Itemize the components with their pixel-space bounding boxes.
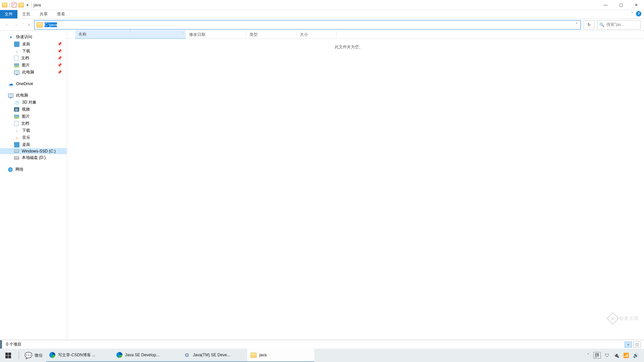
refresh-button[interactable]: ↻ <box>584 20 594 29</box>
back-button[interactable]: ← <box>5 22 9 27</box>
system-tray[interactable]: ˄ 拼 🛡 🔌 📶 🔊 <box>587 352 644 359</box>
security-icon[interactable]: 🛡 <box>605 353 609 358</box>
battery-icon[interactable]: 🔌 <box>613 353 619 358</box>
volume-icon[interactable]: 🔊 <box>633 353 639 358</box>
sidebar-item-quick-4[interactable]: 此电脑 📌 <box>0 69 67 76</box>
sidebar-item-label: 下载 <box>22 128 30 133</box>
taskbar-item-3[interactable]: ⚙ Java(TM) SE Deve... <box>180 349 247 362</box>
window-title: java <box>32 3 41 7</box>
column-type[interactable]: 类型 <box>246 31 297 39</box>
network-header[interactable]: 网络 <box>0 166 67 173</box>
tab-file[interactable]: 文件 <box>0 10 17 18</box>
doc-icon <box>14 56 18 61</box>
cube-icon: ◳ <box>14 100 19 105</box>
disk2-icon <box>14 156 19 160</box>
column-name[interactable]: ˄ 名称 ˅ <box>75 30 186 39</box>
pin-icon: 📌 <box>57 49 62 53</box>
sidebar-item-quick-2[interactable]: 文档 📌 <box>0 55 67 62</box>
square-blue-icon <box>14 142 19 147</box>
title-bar: ▾ java — ▢ ✕ <box>0 0 644 10</box>
search-icon: 🔍 <box>599 22 604 27</box>
new-folder-icon[interactable] <box>18 3 24 7</box>
sidebar-item-pc-5[interactable]: ♪ 音乐 <box>0 134 67 141</box>
address-bar[interactable]: ˅ <box>34 20 581 29</box>
help-icon[interactable]: ? <box>636 11 641 16</box>
pc-icon <box>14 70 19 74</box>
this-pc-header[interactable]: 此电脑 <box>0 92 67 99</box>
taskbar[interactable]: 💬 微信 写文章-CSDN博客 ... Java SE Develop... ⚙… <box>0 349 644 362</box>
sidebar-item-label: 视频 <box>22 107 30 112</box>
pin-icon: 📌 <box>57 42 62 46</box>
sidebar-item-quick-3[interactable]: 图片 📌 <box>0 62 67 69</box>
edge-icon <box>49 352 55 358</box>
search-box[interactable]: 🔍 搜索"jav... <box>597 20 641 29</box>
watermark: ✕ 创新互联 <box>608 314 639 323</box>
nav-arrows: ← → ˅ ↑ <box>3 22 32 27</box>
view-toggle-group: ≡ ◫ <box>625 342 641 348</box>
sidebar-item-quick-0[interactable]: 桌面 📌 <box>0 41 67 48</box>
status-bar: 0 个项目 ≡ ◫ <box>0 340 644 349</box>
maximize-button[interactable]: ▢ <box>613 0 629 10</box>
window-controls: — ▢ ✕ <box>598 0 644 10</box>
recent-dropdown-icon[interactable]: ˅ <box>22 23 24 26</box>
icons-view-button[interactable]: ◫ <box>633 342 641 348</box>
taskbar-item-label: Java(TM) SE Deve... <box>193 353 230 357</box>
column-filter-icon[interactable]: ˅ <box>182 33 183 36</box>
pin-icon: 📌 <box>57 56 62 60</box>
note-icon: ♪ <box>14 135 19 140</box>
properties-icon[interactable] <box>12 3 16 7</box>
up-button[interactable]: ↑ <box>28 22 30 27</box>
taskbar-item-0[interactable]: 💬 微信 <box>22 349 46 362</box>
pic-icon <box>14 63 19 67</box>
taskbar-item-2[interactable]: Java SE Develop... <box>113 349 180 362</box>
status-handle <box>0 340 2 349</box>
navigation-pane[interactable]: ★ 快速访问 桌面 📌 ↓ 下载 📌 文档 📌 图片 📌 此电脑 📌 <box>0 31 67 340</box>
tab-share[interactable]: 共享 <box>35 10 52 18</box>
sidebar-item-pc-1[interactable]: ▤ 视频 <box>0 106 67 113</box>
watermark-text: 创新互联 <box>619 315 639 321</box>
disk-icon <box>14 149 19 153</box>
explorer-body: ★ 快速访问 桌面 📌 ↓ 下载 📌 文档 📌 图片 📌 此电脑 📌 <box>0 31 644 340</box>
ribbon-collapse-icon[interactable]: ˅ <box>631 12 633 16</box>
column-size[interactable]: 大小 <box>297 31 337 39</box>
minimize-button[interactable]: — <box>598 0 613 10</box>
taskbar-item-label: 微信 <box>35 353 43 358</box>
sidebar-item-pc-6[interactable]: 桌面 <box>0 141 67 148</box>
forward-button[interactable]: → <box>13 22 18 27</box>
search-placeholder: 搜索"jav... <box>606 22 624 27</box>
onedrive-header[interactable]: ☁ OneDrive <box>0 80 67 87</box>
sidebar-item-pc-3[interactable]: 文档 <box>0 120 67 127</box>
address-dropdown-icon[interactable]: ˅ <box>573 22 581 27</box>
qat-dropdown-icon[interactable]: ▾ <box>26 3 29 7</box>
tab-view[interactable]: 查看 <box>52 10 70 18</box>
cloud-icon: ☁ <box>8 81 13 86</box>
tab-home[interactable]: 主页 <box>17 10 35 18</box>
sidebar-item-quick-1[interactable]: ↓ 下载 📌 <box>0 48 67 55</box>
ime-indicator[interactable]: 拼 <box>593 352 601 359</box>
column-date[interactable]: 修改日期 <box>186 31 246 39</box>
sidebar-item-pc-4[interactable]: ↓ 下载 <box>0 127 67 134</box>
file-list-area[interactable]: ˄ 名称 ˅ 修改日期 类型 大小 此文件夹为空。 ✕ 创新互联 <box>67 31 644 340</box>
sidebar-item-label: 3D 对象 <box>22 100 37 105</box>
start-button[interactable] <box>0 349 16 362</box>
pin-icon: 📌 <box>57 63 62 67</box>
network-icon <box>8 167 13 172</box>
address-input[interactable] <box>45 22 573 27</box>
details-view-button[interactable]: ≡ <box>625 342 632 348</box>
quick-access-header[interactable]: ★ 快速访问 <box>0 34 67 41</box>
windows-logo-icon <box>5 353 11 358</box>
sidebar-item-label: 此电脑 <box>22 69 34 75</box>
taskbar-item-4[interactable]: java <box>247 349 314 362</box>
close-button[interactable]: ✕ <box>629 0 644 10</box>
tray-chevron-icon[interactable]: ˄ <box>587 353 589 358</box>
quick-access-toolbar: ▾ <box>0 2 32 8</box>
this-pc-label: 此电脑 <box>16 93 28 98</box>
sidebar-item-pc-0[interactable]: ◳ 3D 对象 <box>0 99 67 106</box>
sidebar-item-pc-7[interactable]: Windows-SSD (C:) <box>0 148 67 154</box>
star-icon: ★ <box>8 35 13 40</box>
sidebar-item-pc-2[interactable]: 图片 <box>0 113 67 120</box>
taskbar-item-1[interactable]: 写文章-CSDN博客 ... <box>46 349 113 362</box>
sidebar-item-pc-8[interactable]: 本地磁盘 (D:) <box>0 154 67 161</box>
network-group: 网络 <box>0 166 67 173</box>
wifi-icon[interactable]: 📶 <box>623 353 629 358</box>
